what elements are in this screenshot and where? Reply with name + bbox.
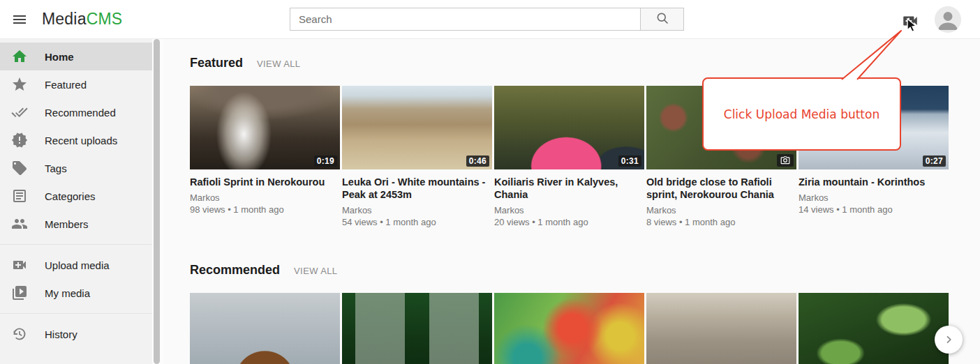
logo-media: Media: [42, 10, 87, 28]
media-author[interactable]: Markos: [494, 205, 644, 215]
sidebar-item-categories[interactable]: Categories: [0, 182, 152, 210]
sidebar: Home Featured Recommended Recent uploads…: [0, 39, 152, 364]
sidebar-item-label: History: [45, 328, 77, 340]
sidebar-item-label: Featured: [45, 79, 87, 91]
media-author[interactable]: Markos: [646, 205, 796, 215]
media-author[interactable]: Markos: [190, 192, 340, 203]
view-all-featured-link[interactable]: VIEW ALL: [257, 59, 300, 69]
duration-badge: 0:27: [923, 156, 946, 167]
app-logo[interactable]: MediaCMS: [42, 10, 122, 29]
media-meta: 8 views • 1 month ago: [646, 217, 796, 227]
scrollbar-thumb[interactable]: [154, 39, 160, 364]
members-icon: [11, 215, 28, 232]
logo-cms: CMS: [87, 10, 123, 28]
video-thumbnail[interactable]: [342, 293, 492, 364]
history-icon: [11, 326, 28, 342]
mouse-cursor: [906, 18, 920, 33]
sidebar-item-my-media[interactable]: My media: [0, 279, 152, 307]
media-meta: 20 views • 1 month ago: [494, 217, 644, 227]
duration-badge: 0:19: [314, 156, 337, 167]
media-meta: 14 views • 1 month ago: [799, 204, 949, 215]
media-card[interactable]: 0:31 Koiliaris River in Kalyves, Chania …: [494, 86, 644, 227]
media-meta: 98 views • 1 month ago: [190, 204, 340, 215]
menu-icon[interactable]: [10, 11, 29, 28]
next-arrow-button[interactable]: [935, 326, 963, 354]
video-thumbnail[interactable]: 0:31: [494, 86, 644, 169]
user-avatar[interactable]: [935, 6, 961, 33]
sidebar-item-label: Tags: [45, 162, 67, 174]
video-thumbnail[interactable]: 0:19: [190, 86, 340, 169]
sidebar-item-label: Upload media: [45, 259, 110, 271]
categories-icon: [11, 188, 28, 204]
sidebar-item-upload-media[interactable]: Upload media: [0, 251, 152, 279]
view-all-recommended-link[interactable]: VIEW ALL: [294, 266, 337, 276]
callout-text: Click Upload Media button: [724, 107, 879, 121]
duration-badge: 0:46: [466, 156, 489, 167]
video-thumbnail[interactable]: [494, 293, 644, 364]
sidebar-divider: [0, 244, 152, 245]
sidebar-item-label: Categories: [45, 190, 96, 202]
new-releases-icon: [11, 132, 28, 149]
section-title-recommended: Recommended: [190, 263, 280, 278]
sidebar-item-label: Home: [45, 51, 74, 63]
search-bar: [290, 8, 684, 31]
search-button[interactable]: [640, 8, 684, 31]
media-author[interactable]: Markos: [799, 192, 949, 203]
media-author[interactable]: Markos: [342, 205, 492, 215]
sidebar-item-recommended[interactable]: Recommended: [0, 98, 152, 126]
duration-badge: 0:31: [618, 156, 641, 167]
video-thumbnail[interactable]: [799, 293, 949, 364]
home-icon: [11, 48, 28, 65]
media-title[interactable]: Old bridge close to Rafioli sprint, Nero…: [646, 176, 796, 201]
sidebar-item-history[interactable]: History: [0, 320, 152, 348]
sidebar-item-label: Recent uploads: [45, 135, 117, 146]
sidebar-item-featured[interactable]: Featured: [0, 70, 152, 98]
sidebar-item-tags[interactable]: Tags: [0, 154, 152, 182]
media-title[interactable]: Koiliaris River in Kalyves, Chania: [494, 176, 644, 201]
sidebar-item-label: Members: [45, 218, 89, 230]
sidebar-scrollbar[interactable]: [152, 39, 163, 364]
video-thumbnail[interactable]: 0:46: [342, 86, 492, 169]
media-card[interactable]: 0:19 Rafioli Sprint in Nerokourou Markos…: [190, 86, 340, 227]
recommended-grid: [190, 293, 949, 364]
video-thumbnail[interactable]: [646, 293, 796, 364]
my-media-icon: [11, 285, 28, 301]
top-bar: MediaCMS: [0, 0, 980, 39]
upload-media-icon: [11, 257, 28, 273]
sidebar-item-recent-uploads[interactable]: Recent uploads: [0, 126, 152, 154]
media-title[interactable]: Leuka Ori - White mountains - Peak at 24…: [342, 176, 492, 201]
sidebar-item-label: My media: [45, 287, 90, 299]
tutorial-callout: Click Upload Media button: [702, 77, 901, 151]
star-icon: [11, 76, 28, 93]
section-title-featured: Featured: [190, 56, 243, 70]
search-input[interactable]: [290, 8, 640, 31]
sidebar-item-members[interactable]: Members: [0, 210, 152, 238]
media-title[interactable]: Ziria mountain - Korinthos: [799, 176, 949, 188]
media-card[interactable]: 0:46 Leuka Ori - White mountains - Peak …: [342, 86, 492, 227]
video-thumbnail[interactable]: [190, 293, 340, 364]
tag-icon: [11, 160, 28, 176]
sidebar-item-home[interactable]: Home: [0, 43, 152, 70]
sidebar-divider: [0, 313, 152, 314]
media-meta: 54 views • 1 month ago: [342, 217, 492, 227]
search-icon: [655, 11, 669, 28]
done-all-icon: [11, 104, 28, 121]
media-title[interactable]: Rafioli Sprint in Nerokourou: [190, 176, 340, 188]
sidebar-item-label: Recommended: [45, 107, 116, 119]
camera-icon: [777, 154, 794, 167]
